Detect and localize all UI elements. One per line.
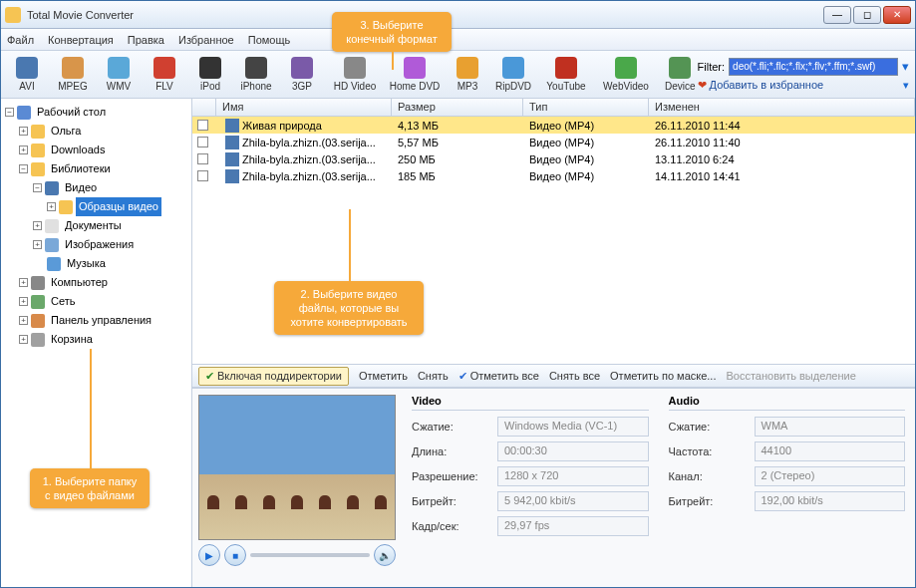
video-icon — [45, 181, 59, 195]
check-all-button[interactable]: ✔Отметить все — [458, 370, 539, 383]
format-hdvideo[interactable]: HD Video — [326, 54, 384, 96]
menu-помощь[interactable]: Помощь — [248, 34, 291, 46]
format-avi[interactable]: AVI — [5, 54, 49, 96]
tree-images[interactable]: Изображения — [62, 235, 137, 254]
col-type[interactable]: Тип — [523, 99, 649, 116]
format-ripdvd[interactable]: RipDVD — [491, 54, 535, 96]
video-fps: 29,97 fps — [497, 516, 649, 536]
iphone-icon — [245, 57, 267, 79]
tree-documents[interactable]: Документы — [62, 216, 125, 235]
tree-network[interactable]: Сеть — [48, 292, 78, 311]
check-icon: ✔ — [205, 370, 214, 383]
tree-desktop[interactable]: Рабочий стол — [34, 103, 109, 122]
collapse-icon[interactable]: − — [5, 108, 14, 117]
play-button[interactable]: ▶ — [198, 544, 220, 566]
file-checkbox[interactable] — [197, 153, 208, 164]
stop-button[interactable]: ■ — [224, 544, 246, 566]
hint-callout-1: 1. Выберите папку с видео файлами — [30, 468, 150, 508]
device-button[interactable]: Device — [665, 54, 696, 96]
device-icon — [669, 57, 691, 79]
file-checkbox[interactable] — [197, 170, 208, 181]
recycle-bin-icon — [31, 333, 45, 347]
check-button[interactable]: Отметить — [359, 370, 408, 382]
avi-icon — [16, 57, 38, 79]
expand-icon[interactable]: + — [47, 202, 56, 211]
collapse-icon[interactable]: − — [19, 164, 28, 173]
webvideo-icon — [615, 57, 637, 79]
documents-icon — [45, 219, 59, 233]
hint-callout-3: 3. Выберите конечный формат — [332, 12, 452, 52]
file-row[interactable]: Живая природа4,13 МБВидео (MP4)26.11.201… — [192, 117, 915, 134]
format-youtube[interactable]: YouTube — [537, 54, 595, 96]
uncheck-button[interactable]: Снять — [418, 370, 449, 382]
file-row[interactable]: Zhila-byla.zhizn.(03.serija...185 МБВиде… — [192, 167, 915, 184]
expand-icon[interactable]: + — [19, 297, 28, 306]
folder-icon — [59, 200, 73, 214]
video-thumbnail — [198, 395, 396, 540]
audio-channel: 2 (Стерео) — [755, 466, 906, 486]
favorites-dropdown-icon[interactable]: ▾ — [903, 79, 909, 92]
file-checkbox[interactable] — [197, 137, 208, 147]
col-size[interactable]: Размер — [392, 99, 523, 116]
format-webvideo[interactable]: WebVideo — [597, 54, 655, 96]
menu-правка[interactable]: Правка — [128, 34, 164, 46]
format-flv[interactable]: FLV — [143, 54, 186, 96]
menu-избранное[interactable]: Избранное — [178, 34, 234, 46]
youtube-icon — [555, 57, 577, 79]
tree-computer[interactable]: Компьютер — [48, 273, 111, 292]
tree-music[interactable]: Музыка — [64, 254, 109, 273]
maximize-button[interactable]: ◻ — [853, 6, 881, 24]
restore-selection-button[interactable]: Восстановить выделение — [726, 370, 855, 382]
file-row[interactable]: Zhila-byla.zhizn.(03.serija...250 МБВиде… — [192, 150, 915, 167]
libraries-icon — [31, 162, 45, 176]
expand-icon[interactable]: + — [19, 278, 28, 287]
file-row[interactable]: Zhila-byla.zhizn.(03.serija...5,57 МБВид… — [192, 134, 915, 150]
collapse-icon[interactable]: − — [33, 183, 42, 192]
format-iphone[interactable]: iPhone — [234, 54, 278, 96]
include-subdirs-button[interactable]: ✔Включая поддиректории — [198, 367, 349, 386]
col-modified[interactable]: Изменен — [649, 99, 915, 116]
seek-slider[interactable] — [250, 553, 370, 557]
tree-samples-selected[interactable]: Образцы видео — [76, 197, 161, 216]
menu-конвертация[interactable]: Конвертация — [48, 34, 114, 46]
video-compression: Windows Media (VC-1) — [497, 417, 649, 437]
format-ipod[interactable]: iPod — [188, 54, 232, 96]
format-3gp[interactable]: 3GP — [280, 54, 324, 96]
volume-button[interactable]: 🔈 — [374, 544, 396, 566]
format-mpeg[interactable]: MPEG — [51, 54, 95, 96]
app-icon — [5, 7, 21, 23]
tree-olga[interactable]: Ольга — [48, 122, 84, 141]
expand-icon[interactable]: + — [33, 240, 42, 249]
uncheck-all-button[interactable]: Снять все — [549, 370, 600, 382]
mp3-icon — [457, 57, 478, 79]
hd video-icon — [344, 57, 366, 79]
home dvd-icon — [404, 57, 426, 79]
selection-toolbar: ✔Включая поддиректории Отметить Снять ✔О… — [192, 364, 915, 388]
tree-libraries[interactable]: Библиотеки — [48, 159, 114, 178]
expand-icon[interactable]: + — [19, 316, 28, 325]
close-button[interactable]: ✕ — [883, 6, 911, 24]
tree-video[interactable]: Видео — [62, 178, 100, 197]
format-mp3[interactable]: MP3 — [446, 54, 489, 96]
expand-icon[interactable]: + — [19, 127, 28, 136]
expand-icon[interactable]: + — [19, 146, 28, 154]
tree-downloads[interactable]: Downloads — [48, 141, 108, 159]
format-wmv[interactable]: WMV — [97, 54, 141, 96]
col-name[interactable]: Имя — [216, 99, 392, 116]
add-favorites-link[interactable]: ❤ Добавить в избранное ▾ — [698, 79, 910, 92]
folder-icon — [31, 144, 45, 157]
music-icon — [47, 257, 61, 271]
filter-input[interactable] — [729, 58, 898, 76]
check-by-mask-button[interactable]: Отметить по маске... — [610, 370, 716, 382]
expand-icon[interactable]: + — [33, 221, 42, 230]
expand-icon[interactable]: + — [19, 335, 28, 344]
hint-callout-2: 2. Выберите видео файлы, которые вы хоти… — [274, 281, 424, 335]
menu-файл[interactable]: Файл — [7, 34, 34, 46]
format-homedvd[interactable]: Home DVD — [386, 54, 444, 96]
file-checkbox[interactable] — [197, 120, 208, 131]
filter-dropdown-icon[interactable]: ▾ — [902, 59, 909, 74]
tree-bin[interactable]: Корзина — [48, 330, 96, 349]
tree-control[interactable]: Панель управления — [48, 311, 154, 330]
minimize-button[interactable]: — — [823, 6, 851, 24]
control-panel-icon — [31, 314, 45, 328]
